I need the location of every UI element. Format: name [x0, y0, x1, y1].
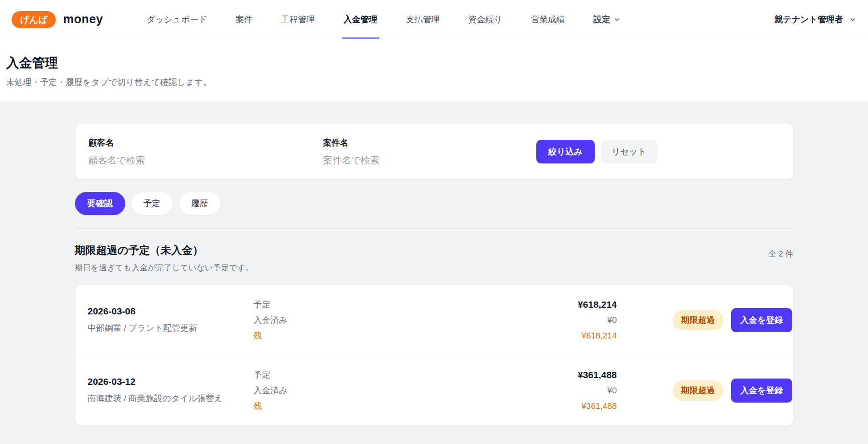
app-header: げんば money ダッシュボード 案件 工程管理 入金管理 支払管理 資金繰り… — [0, 0, 868, 39]
tab-scheduled[interactable]: 予定 — [131, 192, 173, 215]
search-card: 顧客名 案件名 絞り込み リセット — [75, 123, 794, 179]
page-head: 入金管理 未処理・予定・履歴をタブで切り替えて確認します。 — [0, 39, 868, 102]
planned-label: 予定 — [254, 297, 307, 312]
customer-name-label: 顧客名 — [89, 137, 323, 149]
section-count: 全 2 件 — [768, 243, 793, 259]
project-name-label: 案件名 — [323, 137, 515, 149]
remaining-amount: ¥361,488 — [307, 398, 617, 414]
row-amount-labels: 予定 入金済み 残 — [254, 297, 307, 343]
row-identity: 2026-03-08 中部鋼業 / プラント配管更新 — [88, 306, 254, 334]
section-subtitle: 期日を過ぎても入金が完了していない予定です。 — [75, 262, 254, 273]
tab-history[interactable]: 履歴 — [179, 192, 221, 215]
chevron-down-icon — [849, 16, 856, 23]
tab-needs-review[interactable]: 要確認 — [75, 192, 125, 215]
received-label: 入金済み — [254, 312, 307, 328]
project-name-input[interactable] — [323, 155, 515, 166]
section-title: 期限超過の予定（未入金） — [75, 243, 254, 257]
reset-button[interactable]: リセット — [601, 140, 657, 163]
nav-item-cashflow[interactable]: 資金繰り — [467, 0, 504, 39]
brand-name: money — [63, 12, 103, 26]
status-badge-overdue: 期限超過 — [673, 310, 724, 330]
row-date: 2026-03-08 — [88, 306, 254, 317]
brand-badge: げんば — [12, 11, 56, 28]
brand-logo[interactable]: げんば money — [12, 0, 103, 39]
section-head: 期限超過の予定（未入金） 期日を過ぎても入金が完了していない予定です。 全 2 … — [75, 243, 794, 273]
nav-item-projects[interactable]: 案件 — [234, 0, 255, 39]
row-customer-project: 南海建装 / 商業施設のタイル張替え — [88, 393, 254, 404]
nav-item-payments[interactable]: 支払管理 — [404, 0, 442, 39]
nav-item-schedule[interactable]: 工程管理 — [280, 0, 317, 39]
row-date: 2026-03-12 — [88, 376, 254, 387]
user-name: 親テナント管理者 — [774, 14, 843, 25]
project-field-group: 案件名 — [323, 137, 515, 166]
customer-field-group: 顧客名 — [89, 137, 323, 166]
nav-item-settings-label: 設定 — [593, 14, 610, 25]
user-menu[interactable]: 親テナント管理者 — [774, 0, 856, 39]
filter-button[interactable]: 絞り込み — [536, 140, 595, 163]
received-label: 入金済み — [254, 383, 307, 398]
chevron-down-icon — [613, 16, 621, 23]
row-amounts: ¥361,488 ¥0 ¥361,488 — [307, 367, 617, 414]
table-row: 2026-03-08 中部鋼業 / プラント配管更新 予定 入金済み 残 ¥61… — [75, 285, 793, 355]
page-subtitle: 未処理・予定・履歴をタブで切り替えて確認します。 — [6, 77, 861, 88]
row-identity: 2026-03-12 南海建装 / 商業施設のタイル張替え — [88, 376, 254, 404]
main-content: 顧客名 案件名 絞り込み リセット 要確認 予定 履歴 期限超過の予定（未入金）… — [0, 102, 868, 444]
filter-tabs: 要確認 予定 履歴 — [75, 192, 794, 215]
row-amounts: ¥618,214 ¥0 ¥618,214 — [307, 297, 617, 343]
main-nav: ダッシュボード 案件 工程管理 入金管理 支払管理 資金繰り 営業成績 設定 — [132, 0, 635, 39]
table-row: 2026-03-12 南海建装 / 商業施設のタイル張替え 予定 入金済み 残 … — [75, 355, 793, 425]
row-amount-labels: 予定 入金済み 残 — [254, 367, 307, 414]
remaining-label: 残 — [254, 328, 307, 343]
content-divider — [75, 228, 794, 229]
search-actions: 絞り込み リセット — [536, 140, 780, 163]
nav-item-deposits[interactable]: 入金管理 — [342, 0, 379, 39]
row-customer-project: 中部鋼業 / プラント配管更新 — [88, 322, 254, 334]
page-title: 入金管理 — [6, 54, 861, 72]
register-deposit-button[interactable]: 入金を登録 — [731, 379, 792, 403]
remaining-label: 残 — [254, 398, 307, 414]
overdue-list-card: 2026-03-08 中部鋼業 / プラント配管更新 予定 入金済み 残 ¥61… — [75, 285, 794, 426]
nav-item-sales[interactable]: 営業成績 — [529, 0, 567, 39]
nav-item-dashboard[interactable]: ダッシュボード — [145, 0, 209, 39]
received-amount: ¥0 — [307, 383, 617, 398]
planned-amount: ¥618,214 — [307, 297, 617, 312]
planned-amount: ¥361,488 — [307, 367, 617, 383]
remaining-amount: ¥618,214 — [307, 328, 617, 343]
register-deposit-button[interactable]: 入金を登録 — [731, 308, 792, 332]
planned-label: 予定 — [254, 367, 307, 383]
customer-name-input[interactable] — [89, 155, 323, 166]
nav-item-settings[interactable]: 設定 — [592, 0, 622, 39]
received-amount: ¥0 — [307, 312, 617, 328]
status-badge-overdue: 期限超過 — [673, 380, 724, 401]
